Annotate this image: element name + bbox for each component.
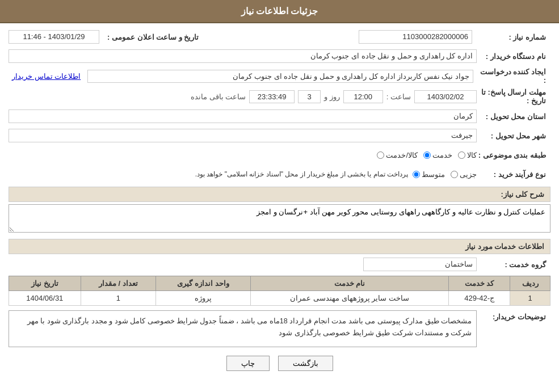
col-num: ردیف <box>510 276 550 291</box>
deadline-remaining-label: ساعت باقی مانده <box>191 92 246 101</box>
services-section-title: اطلاعات خدمات مورد نیاز <box>9 239 550 254</box>
deadline-date: 1403/02/02 <box>414 90 477 103</box>
col-name: نام خدمت <box>251 276 449 291</box>
category-option2-label: خدمت <box>432 151 452 159</box>
city-value: جیرفت <box>9 129 477 142</box>
description-textarea[interactable] <box>9 204 550 233</box>
purchase-radio-jozi[interactable] <box>451 171 458 178</box>
purchase-option2-label: متوسط <box>422 170 445 179</box>
deadline-days: 3 <box>298 90 321 103</box>
purchase-option1-label: جزیی <box>460 170 477 179</box>
service-group-value: ساختمان <box>363 258 477 271</box>
province-value: کرمان <box>9 109 477 123</box>
col-qty: تعداد / مقدار <box>81 276 155 291</box>
creator-label: ایجاد کننده درخواست : <box>477 68 550 85</box>
category-radio-kala[interactable] <box>458 151 465 159</box>
announcement-label: تاریخ و ساعت اعلان عمومی : <box>104 33 203 41</box>
creator-value: جواد نیک نفس کاربرداز اداره کل راهداری و… <box>87 70 473 83</box>
page-title: جزئیات اطلاعات نیاز <box>0 0 559 23</box>
buyer-notes-label: توضیحات خریدار: <box>477 310 550 321</box>
deadline-days-label: روز و <box>324 92 340 101</box>
services-table: ردیف کد خدمت نام خدمت واحد اندازه گیری ت… <box>9 276 550 306</box>
province-label: استان محل تحویل : <box>477 112 550 121</box>
purchase-radio-motavasset[interactable] <box>413 171 420 178</box>
col-date: تاریخ نیاز <box>9 276 81 291</box>
deadline-time-label: ساعت : <box>386 92 411 101</box>
buttons-row: بازگشت چاپ <box>9 356 550 371</box>
col-code: کد خدمت <box>449 276 510 291</box>
purchase-note: پرداخت تمام یا بخشی از مبلغ خریدار از مح… <box>9 170 408 178</box>
deadline-remaining: 23:33:49 <box>249 90 295 103</box>
service-group-label: گروه خدمت : <box>477 260 550 269</box>
table-row: 1ج-42-429ساخت سایر پروژههای مهندسی عمران… <box>9 291 550 306</box>
category-option3-label: کالا/خدمت <box>386 151 418 159</box>
category-radio-khedmat[interactable] <box>423 151 431 159</box>
purchase-type-label: نوع فرآیند خرید : <box>477 170 550 179</box>
deadline-label: مهلت ارسال پاسخ: تا تاریخ : <box>477 88 550 105</box>
announcement-value: 1403/01/29 - 11:46 <box>9 30 99 44</box>
category-label: طبقه بندی موضوعی : <box>477 151 550 159</box>
col-unit: واحد اندازه گیری <box>156 276 251 291</box>
category-option1-label: کالا <box>467 151 477 159</box>
category-radio-group: کالا خدمت کالا/خدمت <box>377 151 477 159</box>
description-section-title: شرح کلی نیاز: <box>9 187 550 202</box>
buyer-notes-value: مشخصات طیق مدارک پیوستی می باشد مدت انجا… <box>9 310 477 347</box>
print-button[interactable]: چاپ <box>226 356 270 371</box>
buyer-name-value: اداره کل راهداری و حمل و نقل جاده ای جنو… <box>9 49 477 63</box>
need-number-label: شماره نیاز : <box>477 33 550 41</box>
buyer-name-label: نام دستگاه خریدار : <box>477 52 550 61</box>
need-number-value: 1103000282000006 <box>359 30 472 44</box>
back-button[interactable]: بازگشت <box>278 356 333 371</box>
city-label: شهر محل تحویل : <box>477 132 550 140</box>
category-radio-kala-khedmat[interactable] <box>377 151 384 159</box>
deadline-time: 12:00 <box>343 90 383 103</box>
contact-link[interactable]: اطلاعات تماس خریدار <box>9 72 84 81</box>
